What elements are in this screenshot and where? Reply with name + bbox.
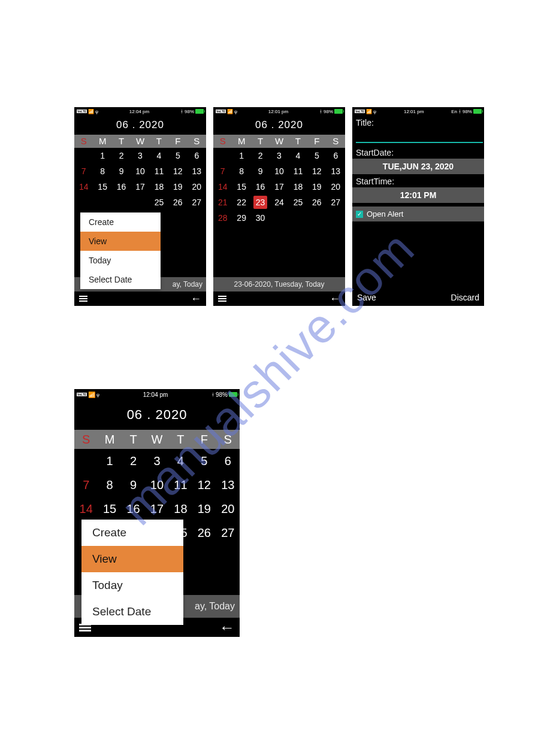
day-cell[interactable]: 6	[188, 148, 206, 163]
day-cell[interactable]: 7	[74, 473, 98, 497]
day-cell[interactable]: 27	[327, 195, 345, 210]
menu-icon[interactable]	[218, 296, 226, 302]
day-cell[interactable]: 8	[232, 163, 250, 179]
day-cell[interactable]: 5	[168, 148, 187, 163]
day-cell[interactable]: 15	[93, 179, 111, 195]
menu-today[interactable]: Today	[80, 251, 161, 270]
menu-today[interactable]: Today	[81, 572, 183, 599]
day-cell-selected[interactable]: 23	[253, 196, 267, 209]
starttime-value[interactable]: 12:01 PM	[352, 187, 484, 203]
day-cell[interactable]: 15	[232, 179, 250, 195]
day-cell[interactable]: 14	[74, 497, 98, 521]
day-cell[interactable]: 10	[270, 163, 288, 179]
day-cell[interactable]: 28	[213, 210, 232, 226]
checkbox-icon[interactable]: ✓	[356, 211, 363, 218]
day-cell[interactable]: 26	[307, 195, 326, 210]
day-cell[interactable]: 16	[122, 497, 145, 521]
day-cell[interactable]: 8	[93, 163, 111, 179]
day-cell[interactable]: 2	[251, 148, 270, 163]
day-cell[interactable]: 29	[232, 210, 250, 226]
day-cell[interactable]: 27	[188, 195, 206, 210]
day-cell[interactable]: 20	[188, 179, 206, 195]
day-cell[interactable]: 3	[145, 449, 168, 473]
day-cell[interactable]: 4	[169, 449, 192, 473]
day-cell[interactable]: 9	[112, 163, 131, 179]
save-button[interactable]: Save	[357, 293, 376, 302]
day-cell[interactable]: 27	[216, 521, 240, 545]
day-cell[interactable]: 26	[192, 521, 216, 545]
menu-icon[interactable]	[79, 296, 87, 302]
day-cell[interactable]: 24	[270, 195, 288, 210]
day-cell[interactable]: 30	[251, 210, 270, 226]
day-cell[interactable]: 13	[216, 473, 240, 497]
day-cell[interactable]: 12	[168, 163, 187, 179]
menu-create[interactable]: Create	[81, 520, 183, 546]
day-cell[interactable]: 14	[213, 179, 232, 195]
day-cell[interactable]: 12	[192, 473, 216, 497]
day-cell[interactable]: 12	[307, 163, 326, 179]
day-cell[interactable]: 7	[213, 163, 232, 179]
bluetooth-icon: ᚼ	[180, 109, 183, 114]
day-cell[interactable]: 17	[131, 179, 149, 195]
menu-select-date[interactable]: Select Date	[80, 270, 161, 289]
day-cell[interactable]: 1	[93, 148, 111, 163]
day-cell[interactable]: 4	[150, 148, 168, 163]
day-cell[interactable]: 8	[98, 473, 121, 497]
menu-view[interactable]: View	[80, 232, 161, 251]
day-cell[interactable]: 25	[150, 195, 168, 210]
day-cell[interactable]: 10	[145, 473, 168, 497]
back-icon[interactable]: ←	[219, 618, 235, 637]
day-cell[interactable]: 19	[307, 179, 326, 195]
day-cell[interactable]: 6	[327, 148, 345, 163]
day-cell[interactable]: 16	[251, 179, 270, 195]
status-time: 12:04 pm	[129, 109, 149, 114]
day-cell[interactable]: 5	[192, 449, 216, 473]
day-cell[interactable]: 1	[232, 148, 250, 163]
back-icon[interactable]: ←	[330, 293, 340, 305]
menu-view[interactable]: View	[81, 546, 183, 572]
day-cell[interactable]: 25	[289, 195, 307, 210]
day-cell[interactable]: 6	[216, 449, 240, 473]
day-cell[interactable]: 10	[131, 163, 149, 179]
day-cell[interactable]: 14	[74, 179, 93, 195]
day-cell[interactable]: 21	[213, 195, 232, 210]
day-cell[interactable]: 19	[192, 497, 216, 521]
day-cell[interactable]: 9	[251, 163, 270, 179]
day-cell[interactable]: 2	[122, 449, 145, 473]
title-input[interactable]	[356, 129, 483, 143]
open-alert-row[interactable]: ✓ Open Alert	[352, 207, 484, 221]
battery-percent: 98%	[324, 109, 333, 114]
day-cell[interactable]: 18	[289, 179, 307, 195]
back-icon[interactable]: ←	[191, 293, 201, 305]
startdate-value[interactable]: TUE,JUN 23, 2020	[352, 159, 484, 174]
day-cell[interactable]: 2	[112, 148, 131, 163]
day-cell[interactable]: 18	[150, 179, 168, 195]
day-cell[interactable]: 11	[150, 163, 168, 179]
day-cell[interactable]: 7	[74, 163, 93, 179]
day-cell[interactable]: 22	[232, 195, 250, 210]
day-cell[interactable]: 20	[327, 179, 345, 195]
day-cell[interactable]: 13	[188, 163, 206, 179]
menu-create[interactable]: Create	[80, 212, 161, 232]
day-cell[interactable]: 1	[98, 449, 121, 473]
day-cell[interactable]: 13	[327, 163, 345, 179]
day-cell[interactable]: 26	[168, 195, 187, 210]
day-cell[interactable]: 19	[168, 179, 187, 195]
day-cell[interactable]: 9	[122, 473, 145, 497]
day-cell[interactable]: 17	[270, 179, 288, 195]
day-cell[interactable]: 15	[98, 497, 121, 521]
signal-icon: 📶	[366, 109, 372, 114]
day-cell[interactable]: 18	[169, 497, 192, 521]
day-cell[interactable]: 11	[169, 473, 192, 497]
day-cell[interactable]: 4	[289, 148, 307, 163]
day-cell[interactable]: 16	[112, 179, 131, 195]
day-cell[interactable]: 3	[131, 148, 149, 163]
day-cell[interactable]: 3	[270, 148, 288, 163]
day-cell[interactable]: 17	[145, 497, 168, 521]
day-cell[interactable]: 5	[307, 148, 326, 163]
day-cell[interactable]: 11	[289, 163, 307, 179]
discard-button[interactable]: Discard	[451, 293, 479, 302]
menu-select-date[interactable]: Select Date	[81, 599, 183, 625]
day-cell[interactable]: 20	[216, 497, 240, 521]
week-row: 7 8 9 10 11 12 13	[74, 163, 206, 179]
